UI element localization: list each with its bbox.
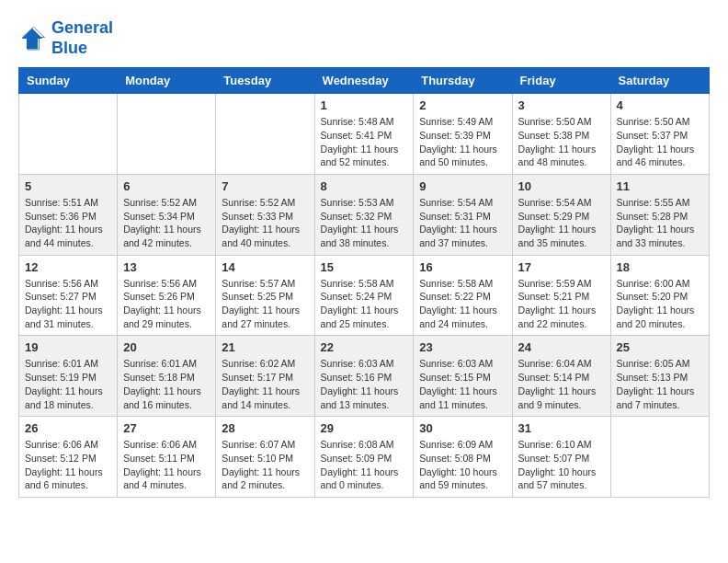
- logo: General Blue: [18, 18, 113, 58]
- day-number: 23: [419, 340, 506, 354]
- calendar-header-friday: Friday: [512, 68, 610, 94]
- calendar-cell: 26Sunrise: 6:06 AM Sunset: 5:12 PM Dayli…: [19, 417, 118, 498]
- day-info: Sunrise: 5:50 AM Sunset: 5:37 PM Dayligh…: [617, 115, 703, 169]
- day-number: 4: [617, 98, 703, 112]
- calendar-cell: 12Sunrise: 5:56 AM Sunset: 5:27 PM Dayli…: [19, 255, 118, 336]
- calendar-header-sunday: Sunday: [19, 68, 118, 94]
- calendar-cell: [216, 94, 314, 175]
- calendar-cell: 13Sunrise: 5:56 AM Sunset: 5:26 PM Dayli…: [118, 255, 216, 336]
- calendar-cell: 4Sunrise: 5:50 AM Sunset: 5:37 PM Daylig…: [610, 94, 709, 175]
- day-number: 7: [222, 179, 308, 193]
- day-info: Sunrise: 6:05 AM Sunset: 5:13 PM Dayligh…: [617, 357, 703, 411]
- calendar-cell: 29Sunrise: 6:08 AM Sunset: 5:09 PM Dayli…: [314, 417, 414, 498]
- calendar-cell: 31Sunrise: 6:10 AM Sunset: 5:07 PM Dayli…: [512, 417, 610, 498]
- day-info: Sunrise: 5:57 AM Sunset: 5:25 PM Dayligh…: [222, 277, 308, 331]
- calendar-cell: [610, 417, 709, 498]
- day-number: 5: [25, 179, 111, 193]
- day-info: Sunrise: 6:04 AM Sunset: 5:14 PM Dayligh…: [518, 357, 605, 411]
- calendar-cell: 5Sunrise: 5:51 AM Sunset: 5:36 PM Daylig…: [19, 174, 118, 255]
- calendar-header-monday: Monday: [118, 68, 216, 94]
- calendar-cell: 23Sunrise: 6:03 AM Sunset: 5:15 PM Dayli…: [414, 336, 512, 417]
- day-number: 25: [617, 340, 703, 354]
- day-number: 9: [419, 179, 506, 193]
- calendar-cell: 19Sunrise: 6:01 AM Sunset: 5:19 PM Dayli…: [19, 336, 118, 417]
- calendar-cell: 21Sunrise: 6:02 AM Sunset: 5:17 PM Dayli…: [216, 336, 314, 417]
- day-number: 2: [419, 98, 506, 112]
- page-header: General Blue: [18, 18, 710, 58]
- calendar-cell: 20Sunrise: 6:01 AM Sunset: 5:18 PM Dayli…: [118, 336, 216, 417]
- calendar-cell: 1Sunrise: 5:48 AM Sunset: 5:41 PM Daylig…: [314, 94, 414, 175]
- day-info: Sunrise: 5:54 AM Sunset: 5:29 PM Dayligh…: [518, 196, 605, 250]
- day-info: Sunrise: 5:48 AM Sunset: 5:41 PM Dayligh…: [321, 115, 408, 169]
- day-number: 12: [25, 260, 111, 274]
- day-info: Sunrise: 5:52 AM Sunset: 5:33 PM Dayligh…: [222, 196, 308, 250]
- calendar-cell: 30Sunrise: 6:09 AM Sunset: 5:08 PM Dayli…: [414, 417, 512, 498]
- calendar-cell: [19, 94, 118, 175]
- day-number: 6: [123, 179, 210, 193]
- day-info: Sunrise: 5:52 AM Sunset: 5:34 PM Dayligh…: [123, 196, 210, 250]
- day-info: Sunrise: 5:58 AM Sunset: 5:22 PM Dayligh…: [419, 277, 506, 331]
- day-number: 17: [518, 260, 605, 274]
- logo-icon: [18, 25, 46, 52]
- calendar-cell: 17Sunrise: 5:59 AM Sunset: 5:21 PM Dayli…: [512, 255, 610, 336]
- day-info: Sunrise: 5:56 AM Sunset: 5:26 PM Dayligh…: [123, 277, 210, 331]
- calendar-cell: 10Sunrise: 5:54 AM Sunset: 5:29 PM Dayli…: [512, 174, 610, 255]
- day-info: Sunrise: 6:09 AM Sunset: 5:08 PM Dayligh…: [419, 438, 506, 492]
- day-number: 13: [123, 260, 210, 274]
- calendar-cell: 25Sunrise: 6:05 AM Sunset: 5:13 PM Dayli…: [610, 336, 709, 417]
- day-info: Sunrise: 5:51 AM Sunset: 5:36 PM Dayligh…: [25, 196, 111, 250]
- day-number: 30: [419, 421, 506, 435]
- calendar-cell: 7Sunrise: 5:52 AM Sunset: 5:33 PM Daylig…: [216, 174, 314, 255]
- calendar-cell: 6Sunrise: 5:52 AM Sunset: 5:34 PM Daylig…: [118, 174, 216, 255]
- day-info: Sunrise: 5:59 AM Sunset: 5:21 PM Dayligh…: [518, 277, 605, 331]
- day-number: 3: [518, 98, 605, 112]
- day-info: Sunrise: 5:50 AM Sunset: 5:38 PM Dayligh…: [518, 115, 605, 169]
- day-number: 1: [321, 98, 408, 112]
- calendar-cell: 24Sunrise: 6:04 AM Sunset: 5:14 PM Dayli…: [512, 336, 610, 417]
- day-number: 27: [123, 421, 210, 435]
- day-number: 28: [222, 421, 308, 435]
- day-info: Sunrise: 6:03 AM Sunset: 5:15 PM Dayligh…: [419, 357, 506, 411]
- calendar-week-row: 26Sunrise: 6:06 AM Sunset: 5:12 PM Dayli…: [19, 417, 710, 498]
- day-number: 24: [518, 340, 605, 354]
- calendar-cell: 28Sunrise: 6:07 AM Sunset: 5:10 PM Dayli…: [216, 417, 314, 498]
- calendar-header-tuesday: Tuesday: [216, 68, 314, 94]
- day-info: Sunrise: 6:03 AM Sunset: 5:16 PM Dayligh…: [321, 357, 408, 411]
- day-number: 22: [321, 340, 408, 354]
- day-number: 26: [25, 421, 111, 435]
- calendar-week-row: 1Sunrise: 5:48 AM Sunset: 5:41 PM Daylig…: [19, 94, 710, 175]
- calendar-cell: 14Sunrise: 5:57 AM Sunset: 5:25 PM Dayli…: [216, 255, 314, 336]
- logo-text: General Blue: [51, 18, 113, 58]
- calendar-cell: 15Sunrise: 5:58 AM Sunset: 5:24 PM Dayli…: [314, 255, 414, 336]
- day-number: 21: [222, 340, 308, 354]
- day-info: Sunrise: 6:00 AM Sunset: 5:20 PM Dayligh…: [617, 277, 703, 331]
- calendar-cell: 3Sunrise: 5:50 AM Sunset: 5:38 PM Daylig…: [512, 94, 610, 175]
- calendar: SundayMondayTuesdayWednesdayThursdayFrid…: [18, 67, 710, 498]
- day-info: Sunrise: 6:01 AM Sunset: 5:19 PM Dayligh…: [25, 357, 111, 411]
- day-info: Sunrise: 5:49 AM Sunset: 5:39 PM Dayligh…: [419, 115, 506, 169]
- day-number: 20: [123, 340, 210, 354]
- day-number: 29: [321, 421, 408, 435]
- calendar-header-thursday: Thursday: [414, 68, 512, 94]
- calendar-header-wednesday: Wednesday: [314, 68, 414, 94]
- calendar-cell: [118, 94, 216, 175]
- day-info: Sunrise: 6:07 AM Sunset: 5:10 PM Dayligh…: [222, 438, 308, 492]
- calendar-header-saturday: Saturday: [610, 68, 709, 94]
- day-number: 18: [617, 260, 703, 274]
- day-number: 31: [518, 421, 605, 435]
- calendar-cell: 18Sunrise: 6:00 AM Sunset: 5:20 PM Dayli…: [610, 255, 709, 336]
- calendar-week-row: 19Sunrise: 6:01 AM Sunset: 5:19 PM Dayli…: [19, 336, 710, 417]
- calendar-cell: 16Sunrise: 5:58 AM Sunset: 5:22 PM Dayli…: [414, 255, 512, 336]
- calendar-week-row: 5Sunrise: 5:51 AM Sunset: 5:36 PM Daylig…: [19, 174, 710, 255]
- day-info: Sunrise: 5:53 AM Sunset: 5:32 PM Dayligh…: [321, 196, 408, 250]
- day-number: 11: [617, 179, 703, 193]
- calendar-header-row: SundayMondayTuesdayWednesdayThursdayFrid…: [19, 68, 710, 94]
- calendar-cell: 27Sunrise: 6:06 AM Sunset: 5:11 PM Dayli…: [118, 417, 216, 498]
- day-info: Sunrise: 5:54 AM Sunset: 5:31 PM Dayligh…: [419, 196, 506, 250]
- calendar-cell: 11Sunrise: 5:55 AM Sunset: 5:28 PM Dayli…: [610, 174, 709, 255]
- day-info: Sunrise: 6:10 AM Sunset: 5:07 PM Dayligh…: [518, 438, 605, 492]
- day-number: 10: [518, 179, 605, 193]
- day-number: 16: [419, 260, 506, 274]
- day-info: Sunrise: 6:06 AM Sunset: 5:12 PM Dayligh…: [25, 438, 111, 492]
- day-info: Sunrise: 6:02 AM Sunset: 5:17 PM Dayligh…: [222, 357, 308, 411]
